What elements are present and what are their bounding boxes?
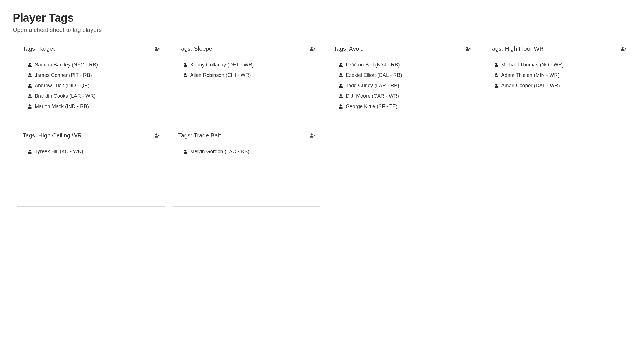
- player-name: Le'Veon Bell (NYJ - RB): [346, 62, 400, 68]
- player-name: Kenny Golladay (DET - WR): [190, 62, 254, 68]
- person-icon: [28, 63, 32, 67]
- player-item[interactable]: George Kittle (SF - TE): [334, 101, 471, 112]
- person-icon: [28, 84, 32, 88]
- clear-tag-icon[interactable]: [466, 47, 471, 51]
- tag-card: Tags: TargetSaquon Barkley (NYG - RB)Jam…: [17, 41, 165, 120]
- player-name: Andrew Luck (IND - QB): [35, 83, 89, 89]
- page-container: Player Tags Open a cheat sheet to tag pl…: [0, 12, 644, 218]
- player-item[interactable]: Ezekiel Elliott (DAL - RB): [334, 70, 471, 81]
- player-item[interactable]: Todd Gurley (LAR - RB): [334, 81, 471, 91]
- tag-card: Tags: AvoidLe'Veon Bell (NYJ - RB)Ezekie…: [328, 41, 476, 120]
- player-list: Saquon Barkley (NYG - RB)James Conner (P…: [23, 60, 160, 112]
- player-item[interactable]: Melvin Gordon (LAC - RB): [178, 146, 315, 157]
- player-list: Michael Thomas (NO - WR)Adam Thielen (MI…: [489, 60, 626, 91]
- player-item[interactable]: Amari Cooper (DAL - WR): [489, 81, 626, 91]
- player-name: D.J. Moore (CAR - WR): [346, 93, 399, 99]
- player-name: Saquon Barkley (NYG - RB): [35, 62, 98, 68]
- player-name: Brandin Cooks (LAR - WR): [35, 93, 96, 99]
- tag-card-header: Tags: Avoid: [334, 45, 471, 55]
- player-list: Kenny Golladay (DET - WR)Allen Robinson …: [178, 60, 315, 81]
- person-icon: [28, 94, 32, 98]
- player-name: Ezekiel Elliott (DAL - RB): [346, 72, 402, 78]
- player-item[interactable]: Brandin Cooks (LAR - WR): [23, 91, 160, 101]
- person-icon: [28, 104, 32, 109]
- person-icon: [339, 63, 343, 67]
- player-name: Allen Robinson (CHI - WR): [190, 72, 251, 78]
- player-name: Tyreek Hill (KC - WR): [35, 149, 83, 155]
- tag-card-header: Tags: High Ceiling WR: [23, 132, 160, 142]
- player-item[interactable]: Le'Veon Bell (NYJ - RB): [334, 60, 471, 70]
- player-item[interactable]: Marlon Mack (IND - RB): [23, 101, 160, 112]
- person-icon: [339, 104, 343, 109]
- player-item[interactable]: Saquon Barkley (NYG - RB): [23, 60, 160, 70]
- tag-card-header: Tags: Trade Bait: [178, 132, 315, 142]
- tag-card-title: Tags: High Floor WR: [489, 45, 544, 52]
- player-name: Michael Thomas (NO - WR): [501, 62, 564, 68]
- tag-card-title: Tags: Sleeper: [178, 45, 214, 52]
- person-icon: [183, 63, 188, 67]
- player-list: Le'Veon Bell (NYJ - RB)Ezekiel Elliott (…: [334, 60, 471, 112]
- player-item[interactable]: Kenny Golladay (DET - WR): [178, 60, 315, 70]
- tag-card-header: Tags: Sleeper: [178, 45, 315, 55]
- tag-card-header: Tags: Target: [23, 45, 160, 55]
- person-icon: [339, 73, 343, 77]
- player-name: Melvin Gordon (LAC - RB): [190, 149, 250, 155]
- clear-tag-icon[interactable]: [310, 47, 315, 51]
- person-icon: [28, 73, 32, 77]
- player-item[interactable]: James Conner (PIT - RB): [23, 70, 160, 81]
- player-item[interactable]: Michael Thomas (NO - WR): [489, 60, 626, 70]
- person-icon: [183, 73, 188, 77]
- tag-cards-grid: Tags: TargetSaquon Barkley (NYG - RB)Jam…: [13, 41, 631, 207]
- person-icon: [339, 84, 343, 88]
- clear-tag-icon[interactable]: [155, 47, 160, 51]
- tag-card-title: Tags: Avoid: [334, 45, 364, 52]
- player-list: Tyreek Hill (KC - WR): [23, 146, 160, 157]
- clear-tag-icon[interactable]: [155, 133, 160, 138]
- player-name: Marlon Mack (IND - RB): [35, 104, 89, 110]
- player-list: Melvin Gordon (LAC - RB): [178, 146, 315, 157]
- player-name: James Conner (PIT - RB): [35, 72, 92, 78]
- person-icon: [494, 73, 499, 77]
- clear-tag-icon[interactable]: [310, 133, 315, 138]
- player-item[interactable]: Allen Robinson (CHI - WR): [178, 70, 315, 81]
- tag-card-title: Tags: Trade Bait: [178, 132, 221, 139]
- page-subtitle: Open a cheat sheet to tag players: [13, 26, 631, 33]
- page-title: Player Tags: [13, 12, 631, 24]
- tag-card: Tags: Trade BaitMelvin Gordon (LAC - RB): [173, 128, 321, 207]
- player-name: Amari Cooper (DAL - WR): [501, 83, 560, 89]
- tag-card: Tags: High Ceiling WRTyreek Hill (KC - W…: [17, 128, 165, 207]
- clear-tag-icon[interactable]: [621, 47, 626, 51]
- player-item[interactable]: Adam Thielen (MIN - WR): [489, 70, 626, 81]
- tag-card: Tags: High Floor WRMichael Thomas (NO - …: [484, 41, 632, 120]
- player-item[interactable]: Andrew Luck (IND - QB): [23, 81, 160, 91]
- player-name: Todd Gurley (LAR - RB): [346, 83, 399, 89]
- player-name: Adam Thielen (MIN - WR): [501, 72, 560, 78]
- tag-card-title: Tags: High Ceiling WR: [23, 132, 82, 139]
- tag-card-header: Tags: High Floor WR: [489, 45, 626, 55]
- person-icon: [339, 94, 343, 98]
- person-icon: [183, 150, 188, 154]
- top-divider: [0, 0, 644, 0]
- player-item[interactable]: D.J. Moore (CAR - WR): [334, 91, 471, 101]
- person-icon: [494, 84, 499, 88]
- player-item[interactable]: Tyreek Hill (KC - WR): [23, 146, 160, 157]
- person-icon: [494, 63, 499, 67]
- person-icon: [28, 150, 32, 154]
- tag-card: Tags: SleeperKenny Golladay (DET - WR)Al…: [173, 41, 321, 120]
- player-name: George Kittle (SF - TE): [346, 104, 398, 110]
- tag-card-title: Tags: Target: [23, 45, 55, 52]
